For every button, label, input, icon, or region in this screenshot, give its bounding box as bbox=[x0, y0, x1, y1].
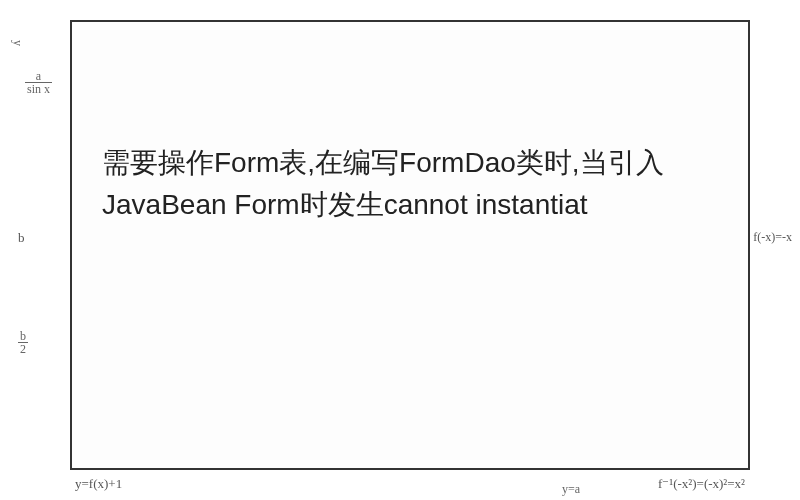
fraction-denominator: sin x bbox=[25, 83, 52, 95]
fraction-denominator-2: 2 bbox=[18, 343, 28, 355]
formula-bottom-right: f⁻¹(-x²)=(-x)²=x² bbox=[658, 476, 745, 492]
content-frame: 需要操作Form表,在编写FormDao类时,当引入JavaBean Form时… bbox=[70, 20, 750, 470]
axis-label-y: y bbox=[10, 40, 25, 46]
formula-right: f(-x)=-x bbox=[753, 230, 792, 245]
question-text: 需要操作Form表,在编写FormDao类时,当引入JavaBean Form时… bbox=[102, 142, 718, 226]
fraction-b-2: b 2 bbox=[18, 330, 28, 355]
fraction-a-sinx: a sin x bbox=[25, 70, 52, 95]
axis-label-b: b bbox=[18, 230, 25, 246]
axis-label-bottom: y=a bbox=[562, 482, 580, 497]
formula-bottom-left: y=f(x)+1 bbox=[75, 476, 122, 492]
